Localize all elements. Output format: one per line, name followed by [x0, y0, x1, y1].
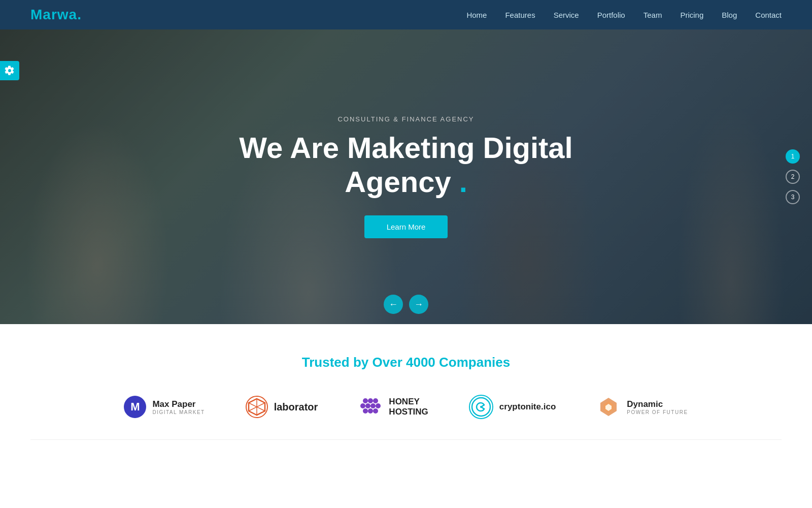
trusted-prefix: Trusted by Over: [302, 355, 406, 370]
section-divider: [30, 439, 782, 440]
dynamic-icon: [596, 395, 621, 419]
dynamic-sub: POWER OF FUTURE: [627, 409, 688, 415]
svg-point-11: [363, 408, 368, 414]
maxpaper-sub: DIGITAL MARKET: [152, 409, 205, 415]
trusted-section: Trusted by Over 4000 Companies M Max Pap…: [0, 324, 812, 460]
nav-links: Home Features Service Portfolio Team Pri…: [466, 11, 782, 19]
nav-blog[interactable]: Blog: [722, 11, 737, 19]
laborator-text: laborator: [274, 401, 318, 413]
svg-point-15: [480, 406, 482, 408]
slide-indicator-2[interactable]: 2: [786, 170, 800, 184]
prev-slide-button[interactable]: ←: [384, 295, 403, 314]
maxpaper-text: Max Paper DIGITAL MARKET: [152, 399, 205, 415]
svg-point-12: [368, 408, 373, 414]
nav-team[interactable]: Team: [644, 11, 662, 19]
honey-svg: [359, 396, 382, 418]
svg-point-7: [360, 403, 365, 408]
hero-subtitle: CONSULTING & FINANCE AGENCY: [239, 115, 572, 123]
navigation: Marwa. Home Features Service Portfolio T…: [0, 0, 812, 29]
brand-maxpaper: M Max Paper DIGITAL MARKET: [124, 396, 205, 418]
maxpaper-icon: M: [124, 396, 146, 418]
slide-indicator-3[interactable]: 3: [786, 190, 800, 204]
svg-point-4: [363, 398, 368, 403]
cryptonite-icon: [469, 395, 493, 419]
hero-section: CONSULTING & FINANCE AGENCY We Are Maket…: [0, 29, 812, 324]
nav-home[interactable]: Home: [466, 11, 487, 19]
hero-content: CONSULTING & FINANCE AGENCY We Are Maket…: [239, 115, 572, 238]
honey-name: HONEYHOSTING: [389, 397, 428, 417]
hero-title: We Are Maketing Digital Agency .: [239, 131, 572, 199]
trusted-title: Trusted by Over 4000 Companies: [0, 355, 812, 370]
honey-icon: [358, 395, 383, 419]
slide-indicators: 1 2 3: [786, 149, 800, 204]
svg-point-5: [368, 398, 373, 403]
slide-navigation: ← →: [384, 295, 428, 314]
trusted-count: 4000: [406, 355, 435, 370]
cryptonite-svg: [470, 396, 492, 418]
laborator-icon: [246, 396, 268, 418]
honey-text: HONEYHOSTING: [389, 397, 428, 417]
laborator-name: laborator: [274, 401, 318, 413]
brand-dynamic: Dynamic POWER OF FUTURE: [596, 395, 688, 419]
brand-honey: HONEYHOSTING: [358, 395, 428, 419]
dynamic-svg: [597, 396, 620, 418]
nav-features[interactable]: Features: [505, 11, 535, 19]
site-logo[interactable]: Marwa.: [30, 7, 82, 23]
brand-cryptonite: cryptonite.ico: [469, 395, 556, 419]
next-slide-button[interactable]: →: [409, 295, 428, 314]
nav-pricing[interactable]: Pricing: [680, 11, 703, 19]
hero-title-line1: We Are Maketing Digital: [239, 131, 572, 164]
settings-button[interactable]: [0, 61, 19, 80]
svg-point-6: [373, 398, 378, 403]
learn-more-button[interactable]: Learn More: [364, 215, 448, 238]
hero-title-dot: .: [451, 165, 467, 198]
dynamic-name: Dynamic: [627, 399, 688, 409]
svg-point-13: [373, 408, 378, 414]
maxpaper-name: Max Paper: [152, 399, 205, 409]
svg-point-9: [370, 403, 376, 408]
brands-row: M Max Paper DIGITAL MARKET laborator: [0, 395, 812, 419]
trusted-suffix: Companies: [435, 355, 510, 370]
cryptonite-text: cryptonite.ico: [499, 402, 556, 412]
dynamic-text: Dynamic POWER OF FUTURE: [627, 399, 688, 415]
cryptonite-name: cryptonite.ico: [499, 402, 556, 412]
svg-point-10: [376, 403, 381, 408]
laborator-svg: [248, 398, 266, 416]
brand-laborator: laborator: [246, 396, 318, 418]
svg-point-8: [365, 403, 370, 408]
nav-portfolio[interactable]: Portfolio: [597, 11, 625, 19]
nav-service[interactable]: Service: [554, 11, 579, 19]
slide-indicator-1[interactable]: 1: [786, 149, 800, 164]
nav-contact[interactable]: Contact: [755, 11, 782, 19]
gear-icon: [5, 66, 15, 76]
hero-title-line2: Agency: [345, 165, 451, 198]
